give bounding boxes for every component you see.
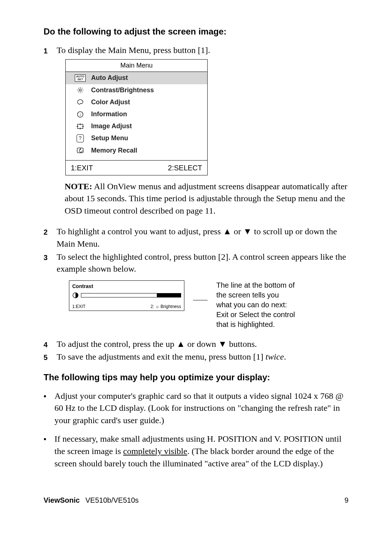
- callout-text: The line at the bottom of the screen tel…: [216, 280, 296, 329]
- step-4: 4 To adjust the control, press the up ▲ …: [44, 338, 348, 351]
- bullet-1: • Adjust your computer's graphic card so…: [44, 390, 348, 427]
- bullet-marker: •: [44, 433, 54, 445]
- svg-line-8: [82, 88, 82, 89]
- auto-set-icon: AUTOSET: [69, 74, 91, 82]
- menu-item-image-adjust[interactable]: Image Adjust: [66, 120, 207, 132]
- bullet-text: Adjust your computer's graphic card so t…: [54, 390, 348, 427]
- step-1: 1 To display the Main Menu, press button…: [44, 44, 348, 57]
- contrast-slider[interactable]: [81, 293, 181, 297]
- palette-icon: [69, 99, 91, 105]
- menu-item-label: Information: [91, 110, 127, 119]
- step-5: 5 To save the adjustments and exit the m…: [44, 351, 348, 363]
- footer-page-number: 9: [344, 495, 348, 505]
- bullet-marker: •: [44, 390, 54, 402]
- contrast-footer-right: 2: ☼ Brightness: [151, 304, 181, 310]
- menu-item-label: Image Adjust: [91, 122, 132, 131]
- heading-tips: The following tips may help you optimize…: [44, 371, 348, 384]
- brightness-icon: [69, 86, 91, 94]
- svg-line-6: [82, 92, 82, 92]
- menu-item-label: Contrast/Brightness: [91, 86, 154, 95]
- question-icon: ?: [69, 134, 91, 142]
- contrast-title: Contrast: [72, 283, 181, 290]
- step-number: 4: [44, 338, 57, 350]
- step-text: To highlight a control you want to adjus…: [57, 226, 348, 250]
- contrast-slider-row: [72, 292, 181, 299]
- menu-item-information[interactable]: i Information: [66, 108, 207, 120]
- step-text: To adjust the control, press the up ▲ or…: [57, 338, 348, 351]
- step-number: 1: [44, 44, 57, 56]
- menu-footer-left: 1:EXIT: [71, 163, 93, 173]
- step-number: 2: [44, 226, 57, 237]
- callout-connector: [193, 300, 208, 300]
- menu-footer: 1:EXIT 2:SELECT: [66, 160, 207, 175]
- menu-item-setup-menu[interactable]: ? Setup Menu: [66, 132, 207, 144]
- contrast-footer: 1:EXIT 2: ☼ Brightness: [72, 302, 181, 310]
- menu-items: AUTOSET Auto Adjust Contrast/Brightness …: [66, 72, 207, 156]
- contrast-footer-left: 1:EXIT: [72, 304, 86, 310]
- osd-contrast-screen: Contrast 1:EXIT 2: ☼ Brightness: [69, 280, 184, 311]
- menu-footer-right: 2:SELECT: [168, 163, 202, 173]
- step-3: 3 To select the highlighted control, pre…: [44, 251, 348, 275]
- menu-item-label: Setup Menu: [91, 134, 128, 143]
- menu-item-contrast-brightness[interactable]: Contrast/Brightness: [66, 84, 207, 96]
- note-label: NOTE:: [65, 182, 92, 191]
- image-adjust-icon: [69, 123, 91, 130]
- contrast-icon: [72, 292, 79, 299]
- page-footer: ViewSonic VE510b/VE510s 9: [44, 495, 348, 505]
- recall-icon: [69, 147, 91, 154]
- svg-line-5: [78, 88, 79, 89]
- menu-item-auto-adjust[interactable]: AUTOSET Auto Adjust: [66, 72, 207, 84]
- footer-model: VE510b/VE510s: [85, 496, 139, 504]
- note-text: All OnView menus and adjustment screens …: [65, 182, 347, 215]
- info-icon: i: [69, 111, 91, 118]
- bullet-text: If necessary, make small adjustments usi…: [54, 433, 348, 470]
- contrast-example: Contrast 1:EXIT 2: ☼ Brightness The line…: [69, 280, 348, 329]
- heading-adjust: Do the following to adjust the screen im…: [44, 25, 348, 38]
- step-number: 5: [44, 351, 57, 362]
- step-text: To display the Main Menu, press button […: [57, 44, 348, 57]
- bullet-2: • If necessary, make small adjustments u…: [44, 433, 348, 470]
- osd-main-menu: Main Menu AUTOSET Auto Adjust Contrast/B…: [65, 59, 208, 175]
- svg-point-0: [79, 89, 81, 91]
- menu-item-memory-recall[interactable]: Memory Recall: [66, 145, 207, 157]
- footer-brand: ViewSonic: [44, 496, 80, 504]
- step-text: To select the highlighted control, press…: [57, 251, 348, 275]
- svg-text:i: i: [80, 112, 81, 116]
- menu-item-label: Color Adjust: [91, 98, 130, 107]
- menu-title: Main Menu: [66, 60, 207, 72]
- svg-line-7: [78, 92, 79, 92]
- step-2: 2 To highlight a control you want to adj…: [44, 226, 348, 250]
- menu-item-label: Auto Adjust: [91, 73, 128, 82]
- step-number: 3: [44, 251, 57, 263]
- menu-item-label: Memory Recall: [91, 146, 137, 155]
- note-block: NOTE: All OnView menus and adjustment sc…: [65, 181, 348, 217]
- step-text: To save the adjustments and exit the men…: [57, 351, 348, 363]
- menu-item-color-adjust[interactable]: Color Adjust: [66, 96, 207, 108]
